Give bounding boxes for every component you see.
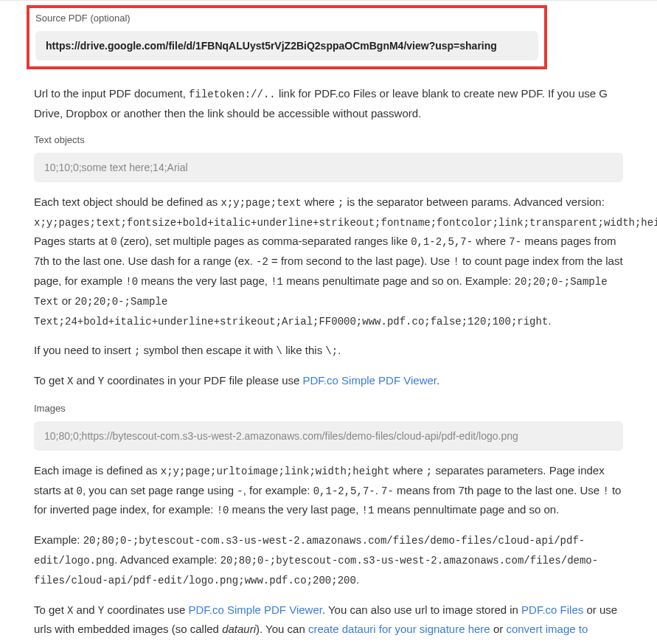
text-objects-help: Each text object should be defined as x;… — [34, 193, 623, 391]
images-label: Images — [34, 401, 623, 417]
create-datauri-link[interactable]: create datauri for your signature here — [308, 623, 490, 635]
source-pdf-label: Source PDF (optional) — [35, 11, 538, 27]
source-pdf-input[interactable] — [35, 31, 538, 60]
source-pdf-highlight: Source PDF (optional) — [27, 5, 547, 69]
pdf-viewer-link-2[interactable]: PDF.co Simple PDF Viewer — [188, 603, 321, 616]
source-pdf-help: Url to the input PDF document, filetoken… — [34, 84, 623, 122]
pdf-viewer-link[interactable]: PDF.co Simple PDF Viewer — [303, 374, 437, 387]
images-group: Images — [34, 401, 623, 451]
pdfco-files-link[interactable]: PDF.co Files — [521, 603, 583, 616]
text-objects-input[interactable] — [34, 153, 623, 182]
filetoken-code: filetoken://.. — [189, 89, 276, 100]
text-objects-label: Text objects — [34, 133, 623, 148]
images-input[interactable] — [34, 421, 623, 451]
text-objects-group: Text objects — [34, 133, 623, 182]
images-help: Each image is defined as x;y;page;urltoi… — [34, 461, 623, 644]
